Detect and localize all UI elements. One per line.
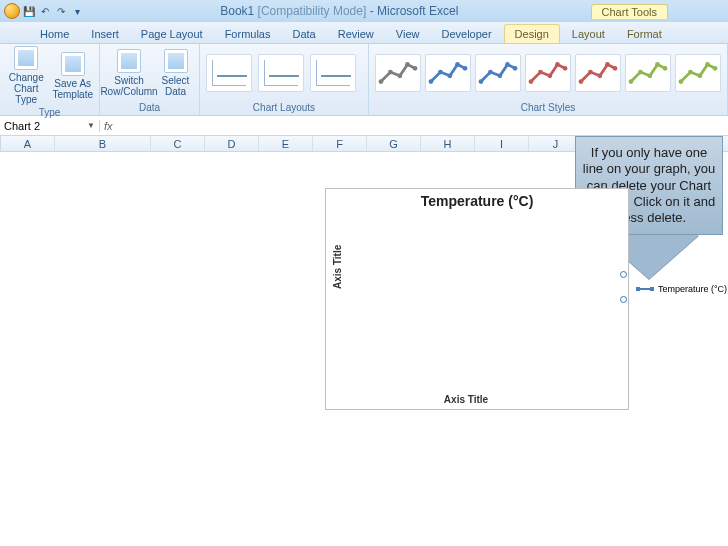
- office-button[interactable]: [4, 3, 20, 19]
- column-header[interactable]: A: [1, 136, 55, 151]
- column-header[interactable]: F: [313, 136, 367, 151]
- x-axis-title[interactable]: Axis Title: [376, 394, 556, 405]
- tab-layout[interactable]: Layout: [562, 25, 615, 43]
- svg-point-16: [538, 70, 543, 75]
- tab-developer[interactable]: Developer: [431, 25, 501, 43]
- tab-formulas[interactable]: Formulas: [215, 25, 281, 43]
- svg-point-18: [555, 62, 560, 67]
- svg-point-20: [579, 79, 584, 84]
- svg-point-28: [655, 62, 660, 67]
- chart-style-option[interactable]: [425, 54, 471, 92]
- chart-style-option[interactable]: [675, 54, 721, 92]
- column-header[interactable]: G: [367, 136, 421, 151]
- title-bar: 💾 ↶ ↷ ▾ Book1 [Compatibility Mode] - Mic…: [0, 0, 728, 22]
- chart-style-option[interactable]: [375, 54, 421, 92]
- svg-point-24: [613, 66, 618, 71]
- svg-point-25: [629, 79, 634, 84]
- tab-insert[interactable]: Insert: [81, 25, 129, 43]
- name-box[interactable]: Chart 2▼: [0, 120, 100, 132]
- svg-point-34: [713, 66, 718, 71]
- svg-point-4: [413, 66, 418, 71]
- select-data-button[interactable]: Select Data: [158, 49, 193, 97]
- ribbon: Change Chart Type Save As Template Type …: [0, 44, 728, 116]
- svg-point-6: [438, 70, 443, 75]
- fx-icon[interactable]: fx: [104, 120, 113, 132]
- tab-data[interactable]: Data: [282, 25, 325, 43]
- svg-point-27: [648, 73, 653, 78]
- change-chart-type-button[interactable]: Change Chart Type: [6, 46, 46, 105]
- svg-point-1: [388, 70, 393, 75]
- svg-point-17: [548, 73, 553, 78]
- svg-point-22: [598, 73, 603, 78]
- save-as-template-button[interactable]: Save As Template: [52, 52, 93, 100]
- svg-point-21: [588, 70, 593, 75]
- svg-point-30: [679, 79, 684, 84]
- tab-format[interactable]: Format: [617, 25, 672, 43]
- tab-home[interactable]: Home: [30, 25, 79, 43]
- ribbon-group-chart-layouts: Chart Layouts: [200, 44, 369, 115]
- undo-icon[interactable]: ↶: [38, 4, 52, 18]
- switch-row-column-button[interactable]: Switch Row/Column: [106, 49, 152, 97]
- svg-point-2: [398, 73, 403, 78]
- svg-point-14: [513, 66, 518, 71]
- chart-layout-option[interactable]: [310, 54, 356, 92]
- chart-title[interactable]: Temperature (°C): [326, 189, 628, 209]
- save-icon[interactable]: 💾: [22, 4, 36, 18]
- svg-point-32: [698, 73, 703, 78]
- svg-point-7: [448, 73, 453, 78]
- legend-selection: [624, 275, 728, 299]
- y-axis-title[interactable]: Axis Title: [332, 245, 343, 289]
- ribbon-group-type: Change Chart Type Save As Template Type: [0, 44, 100, 115]
- ribbon-group-data: Switch Row/Column Select Data Data: [100, 44, 200, 115]
- tab-page-layout[interactable]: Page Layout: [131, 25, 213, 43]
- tab-design[interactable]: Design: [504, 24, 560, 43]
- tab-view[interactable]: View: [386, 25, 430, 43]
- tab-review[interactable]: Review: [328, 25, 384, 43]
- column-header[interactable]: I: [475, 136, 529, 151]
- chart-style-option[interactable]: [475, 54, 521, 92]
- column-header[interactable]: C: [151, 136, 205, 151]
- svg-point-13: [505, 62, 510, 67]
- chart-style-option[interactable]: [575, 54, 621, 92]
- svg-point-29: [663, 66, 668, 71]
- column-header[interactable]: H: [421, 136, 475, 151]
- plot-area[interactable]: [376, 217, 556, 367]
- svg-point-11: [488, 70, 493, 75]
- redo-icon[interactable]: ↷: [54, 4, 68, 18]
- chart-style-option[interactable]: [525, 54, 571, 92]
- chart-style-option[interactable]: [625, 54, 671, 92]
- column-header[interactable]: D: [205, 136, 259, 151]
- worksheet: ABCDEFGHIJKLMN If you only have one line…: [0, 136, 728, 152]
- svg-point-3: [405, 62, 410, 67]
- svg-point-5: [429, 79, 434, 84]
- contextual-tab-group: Chart Tools: [591, 4, 668, 19]
- svg-point-12: [498, 73, 503, 78]
- svg-point-9: [463, 66, 468, 71]
- chart-layout-option[interactable]: [258, 54, 304, 92]
- svg-point-15: [529, 79, 534, 84]
- svg-point-31: [688, 70, 693, 75]
- ribbon-group-chart-styles: Chart Styles: [369, 44, 728, 115]
- ribbon-tabs: HomeInsertPage LayoutFormulasDataReviewV…: [0, 22, 728, 44]
- column-header[interactable]: B: [55, 136, 151, 151]
- svg-point-8: [455, 62, 460, 67]
- svg-point-10: [479, 79, 484, 84]
- svg-point-26: [638, 70, 643, 75]
- window-title: Book1 [Compatibility Mode] - Microsoft E…: [88, 4, 591, 18]
- svg-point-23: [605, 62, 610, 67]
- qat-dropdown-icon[interactable]: ▾: [70, 4, 84, 18]
- embedded-chart[interactable]: Temperature (°C) Axis Title Axis Title T…: [325, 188, 629, 410]
- chart-layout-option[interactable]: [206, 54, 252, 92]
- svg-point-33: [705, 62, 710, 67]
- column-header[interactable]: E: [259, 136, 313, 151]
- svg-point-19: [563, 66, 568, 71]
- formula-bar: Chart 2▼ fx: [0, 116, 728, 136]
- svg-point-0: [379, 79, 384, 84]
